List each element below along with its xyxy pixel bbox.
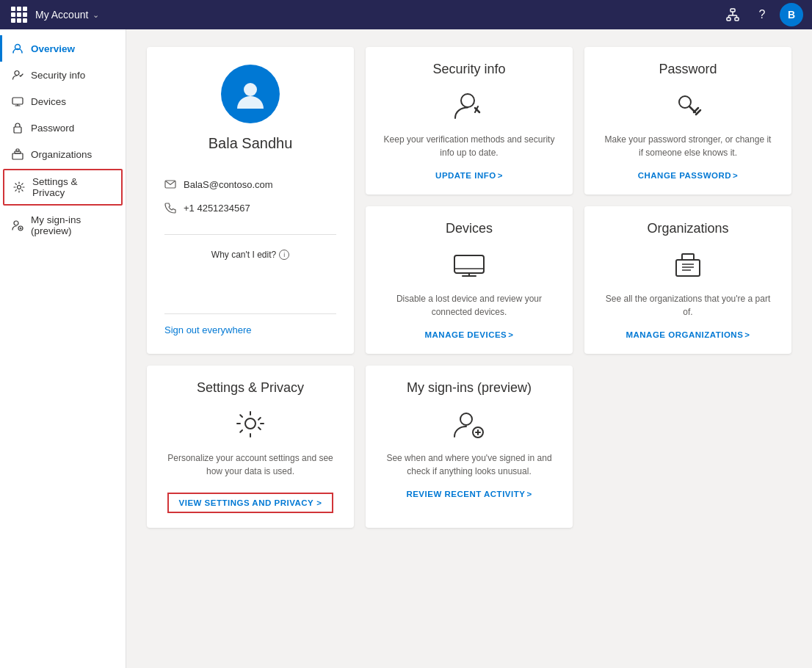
- overview-icon: [12, 43, 23, 54]
- password-card-desc: Make your password stronger, or change i…: [602, 133, 774, 159]
- svg-point-37: [245, 418, 255, 429]
- profile-actions: Sign out everywhere: [164, 323, 336, 336]
- cards-grid: Bala Sandhu BalaS@contoso.com +1 4251: [147, 47, 791, 528]
- my-signins-card: My sign-ins (preview) See when and where…: [366, 366, 573, 528]
- settings-privacy-card-icon: [233, 407, 268, 440]
- organizations-card-desc: See all the organizations that you're a …: [602, 292, 774, 319]
- svg-rect-28: [454, 255, 484, 273]
- security-info-title: Security info: [432, 62, 505, 77]
- why-edit: Why can't I edit? i: [211, 244, 289, 266]
- devices-card-icon: [452, 248, 487, 280]
- settings-icon: [13, 181, 25, 193]
- my-signins-icon: [12, 219, 23, 231]
- my-signins-card-title: My sign-ins (preview): [407, 380, 532, 396]
- svg-point-23: [461, 94, 474, 107]
- svg-point-16: [18, 186, 21, 189]
- password-card-icon: [672, 89, 704, 121]
- profile-divider-bottom: [164, 313, 336, 314]
- organizations-card-icon: [670, 248, 706, 280]
- profile-email: BalaS@contoso.com: [184, 179, 273, 190]
- my-signins-desc: See when and where you've signed in and …: [383, 451, 555, 478]
- security-info-desc: Keep your verification methods and secur…: [383, 133, 555, 159]
- devices-card-desc: Disable a lost device and review your co…: [383, 292, 555, 319]
- svg-rect-2: [735, 18, 739, 21]
- settings-link-button[interactable]: VIEW SETTINGS AND PRIVACY >: [167, 493, 334, 513]
- svg-rect-9: [12, 98, 23, 104]
- profile-name: Bala Sandhu: [209, 135, 293, 152]
- info-circle-icon: i: [279, 250, 289, 260]
- main-content: Bala Sandhu BalaS@contoso.com +1 4251: [126, 29, 812, 668]
- settings-link-label: VIEW SETTINGS AND PRIVACY: [179, 498, 314, 507]
- password-icon-wrapper: [672, 89, 704, 124]
- svg-point-8: [15, 71, 19, 76]
- svg-rect-12: [14, 127, 21, 133]
- sidebar-item-devices[interactable]: Devices: [0, 88, 126, 115]
- manage-devices-link[interactable]: MANAGE DEVICES >: [424, 330, 513, 339]
- sidebar-item-security-info[interactable]: Security info: [0, 62, 126, 88]
- svg-point-38: [460, 413, 472, 425]
- settings-privacy-card: Settings & Privacy Personalize your acco…: [147, 366, 354, 528]
- settings-link-arrow: >: [316, 498, 322, 507]
- profile-email-item: BalaS@contoso.com: [164, 173, 336, 196]
- settings-privacy-card-title: Settings & Privacy: [197, 380, 304, 396]
- hierarchy-icon[interactable]: [721, 3, 744, 26]
- security-info-icon-wrapper: [453, 89, 485, 124]
- my-signins-card-icon: [452, 407, 487, 440]
- svg-rect-1: [727, 18, 731, 21]
- password-card-title: Password: [659, 62, 717, 77]
- organizations-card-title: Organizations: [647, 221, 728, 236]
- app-title[interactable]: My Account ⌄: [35, 9, 99, 21]
- password-card: Password Make your password stronger, or…: [584, 47, 791, 195]
- profile-phone-item: +1 4251234567: [164, 196, 336, 219]
- sidebar-item-overview[interactable]: Overview: [0, 35, 126, 62]
- password-icon: [12, 122, 23, 134]
- sidebar-item-settings-privacy[interactable]: Settings & Privacy: [3, 169, 123, 206]
- sidebar-item-my-signins[interactable]: My sign-ins (preview): [0, 207, 126, 244]
- svg-rect-33: [682, 254, 694, 260]
- help-icon[interactable]: ?: [750, 3, 774, 26]
- profile-card: Bala Sandhu BalaS@contoso.com +1 4251: [147, 47, 354, 354]
- topnav-right: ? B: [721, 3, 803, 26]
- devices-icon-wrapper: [452, 248, 487, 283]
- my-signins-icon-wrapper: [452, 407, 487, 443]
- svg-rect-0: [731, 9, 735, 12]
- settings-privacy-desc: Personalize your account settings and se…: [164, 451, 336, 478]
- manage-organizations-link[interactable]: MANAGE ORGANIZATIONS >: [626, 330, 750, 339]
- devices-icon: [12, 95, 23, 107]
- security-info-card: Security info Keep your verification met…: [366, 47, 573, 195]
- profile-info: BalaS@contoso.com +1 4251234567: [164, 167, 336, 225]
- profile-avatar: [221, 65, 280, 123]
- devices-card: Devices Disable a lost device and review…: [366, 206, 573, 354]
- svg-rect-13: [12, 153, 23, 159]
- profile-phone: +1 4251234567: [184, 203, 250, 214]
- svg-rect-32: [676, 260, 700, 276]
- sidebar: Overview Security info Devices: [0, 29, 126, 668]
- svg-point-17: [14, 221, 18, 225]
- user-avatar[interactable]: B: [780, 3, 803, 26]
- devices-card-title: Devices: [446, 221, 493, 236]
- email-icon: [164, 178, 176, 190]
- svg-line-26: [694, 108, 698, 112]
- sidebar-item-organizations[interactable]: Organizations: [0, 141, 126, 167]
- svg-rect-15: [16, 149, 19, 151]
- topnav: My Account ⌄ ? B: [0, 0, 812, 29]
- sidebar-item-password[interactable]: Password: [0, 115, 126, 141]
- organizations-icon-wrapper: [670, 248, 706, 283]
- svg-point-21: [244, 83, 257, 96]
- change-password-link[interactable]: CHANGE PASSWORD >: [638, 171, 739, 180]
- review-recent-activity-link[interactable]: REVIEW RECENT ACTIVITY >: [406, 490, 532, 498]
- chevron-down-icon: ⌄: [93, 10, 99, 20]
- waffle-menu-icon[interactable]: [9, 4, 29, 25]
- svg-line-27: [696, 110, 700, 115]
- sign-out-link[interactable]: Sign out everywhere: [164, 324, 252, 335]
- organizations-icon: [12, 148, 23, 160]
- update-info-link[interactable]: UPDATE INFO >: [435, 171, 503, 180]
- security-info-card-icon: [453, 89, 485, 121]
- settings-privacy-icon-wrapper: [233, 407, 268, 443]
- security-info-icon: [12, 69, 23, 81]
- phone-icon: [164, 202, 176, 214]
- organizations-card: Organizations See all the organizations …: [584, 206, 791, 354]
- layout: Overview Security info Devices: [0, 29, 812, 668]
- profile-divider: [164, 234, 336, 235]
